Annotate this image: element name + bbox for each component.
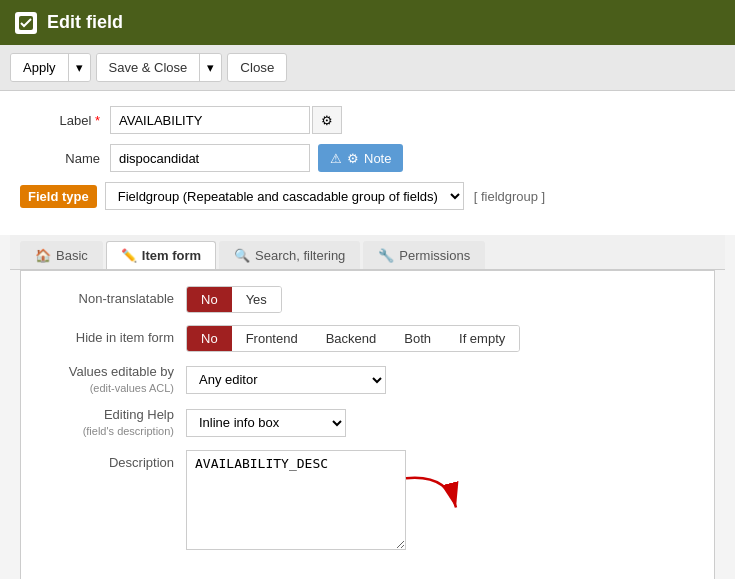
hide-frontend-button[interactable]: Frontend (232, 326, 312, 351)
values-editable-label: Values editable by (edit-values ACL) (36, 364, 186, 395)
gear-icon: ⚙ (347, 151, 359, 166)
page-title: Edit field (47, 12, 123, 33)
apply-dropdown-button[interactable]: ▾ (68, 54, 90, 81)
description-label: Description (36, 450, 186, 472)
tab-search-filtering[interactable]: 🔍 Search, filtering (219, 241, 360, 269)
tab-permissions[interactable]: 🔧 Permissions (363, 241, 485, 269)
values-editable-sublabel: (edit-values ACL) (36, 381, 174, 395)
non-translatable-no-button[interactable]: No (187, 287, 232, 312)
tab-item-form[interactable]: ✏️ Item form (106, 241, 216, 269)
search-icon: 🔍 (234, 248, 250, 263)
header-icon (15, 12, 37, 34)
main-content: 🏠 Basic ✏️ Item form 🔍 Search, filtering… (0, 235, 735, 579)
hide-label: Hide in item form (36, 330, 186, 347)
tab-content-item-form: Non-translatable No Yes Hide in item for… (20, 270, 715, 579)
warning-icon: ⚠ (330, 151, 342, 166)
red-arrow-annotation (396, 470, 466, 520)
values-editable-row: Values editable by (edit-values ACL) Any… (36, 364, 699, 395)
label-row: Label * ⚙ (20, 106, 715, 134)
note-button[interactable]: ⚠ ⚙ Note (318, 144, 403, 172)
description-row: Description AVAILABILITY_DESC (36, 450, 699, 553)
hide-in-item-form-row: Hide in item form No Frontend Backend Bo… (36, 325, 699, 352)
description-input-container: AVAILABILITY_DESC (186, 450, 406, 553)
non-translatable-yes-button[interactable]: Yes (232, 287, 281, 312)
editing-help-sublabel: (field's description) (36, 424, 174, 438)
field-type-label: Field type (20, 185, 97, 208)
label-input[interactable] (110, 106, 310, 134)
editing-help-label: Editing Help (field's description) (36, 407, 186, 438)
name-row-inputs: ⚠ ⚙ Note (110, 144, 403, 172)
non-translatable-toggle: No Yes (186, 286, 282, 313)
label-icon-button[interactable]: ⚙ (312, 106, 342, 134)
field-type-select[interactable]: Fieldgroup (Repeatable and cascadable gr… (105, 182, 464, 210)
required-asterisk: * (95, 113, 100, 128)
save-close-button[interactable]: Save & Close (97, 54, 200, 81)
close-button[interactable]: Close (227, 53, 287, 82)
tabs-bar: 🏠 Basic ✏️ Item form 🔍 Search, filtering… (10, 235, 725, 270)
name-field-label: Name (20, 151, 110, 166)
field-type-tag: [ fieldgroup ] (474, 189, 546, 204)
description-textarea[interactable]: AVAILABILITY_DESC (186, 450, 406, 550)
hide-toggle: No Frontend Backend Both If empty (186, 325, 520, 352)
save-close-button-group: Save & Close ▾ (96, 53, 223, 82)
apply-button[interactable]: Apply (11, 54, 68, 81)
form-area: Label * ⚙ Name ⚠ ⚙ Note Field type Field… (0, 91, 735, 235)
hide-backend-button[interactable]: Backend (312, 326, 391, 351)
name-row: Name ⚠ ⚙ Note (20, 144, 715, 172)
hide-no-button[interactable]: No (187, 326, 232, 351)
edit-icon: ✏️ (121, 248, 137, 263)
non-translatable-label: Non-translatable (36, 291, 186, 308)
tab-basic[interactable]: 🏠 Basic (20, 241, 103, 269)
header: Edit field (0, 0, 735, 45)
non-translatable-row: Non-translatable No Yes (36, 286, 699, 313)
field-type-row: Field type Fieldgroup (Repeatable and ca… (20, 182, 715, 210)
home-icon: 🏠 (35, 248, 51, 263)
label-field-label: Label * (20, 113, 110, 128)
values-editable-select[interactable]: Any editor Manager only Admin only (186, 366, 386, 394)
toolbar: Apply ▾ Save & Close ▾ Close (0, 45, 735, 91)
permissions-icon: 🔧 (378, 248, 394, 263)
checkmark-icon (18, 15, 34, 31)
apply-button-group: Apply ▾ (10, 53, 91, 82)
hide-if-empty-button[interactable]: If empty (445, 326, 519, 351)
name-input[interactable] (110, 144, 310, 172)
save-close-dropdown-button[interactable]: ▾ (199, 54, 221, 81)
label-input-wrap: ⚙ (110, 106, 342, 134)
hide-both-button[interactable]: Both (390, 326, 445, 351)
editing-help-row: Editing Help (field's description) Inlin… (36, 407, 699, 438)
editing-help-select[interactable]: Inline info box Tooltip None (186, 409, 346, 437)
